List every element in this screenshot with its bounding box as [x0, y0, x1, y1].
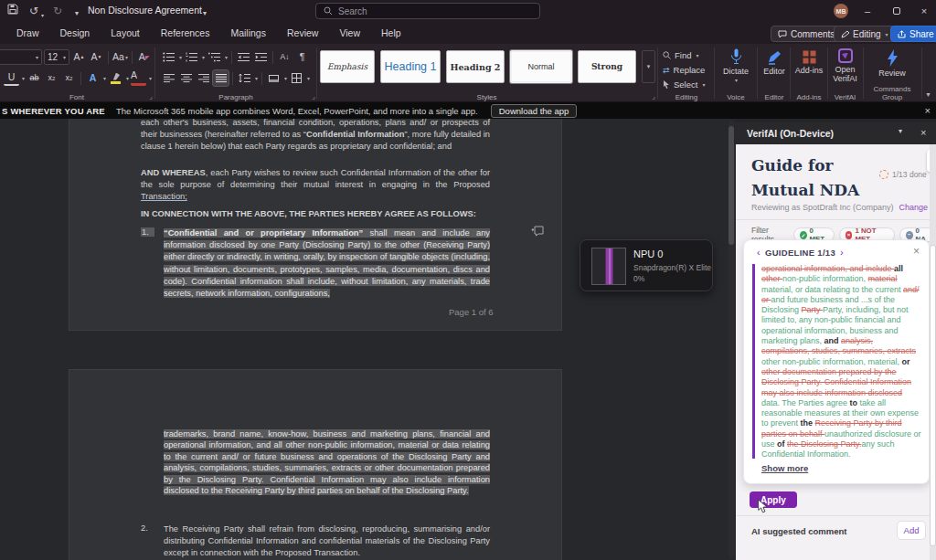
text-effects-caret-icon[interactable]: ▾ [103, 75, 106, 81]
addins-label: Add-ins [795, 66, 824, 75]
add-comment-button[interactable]: Add [897, 521, 926, 540]
open-verifai-button[interactable]: Open VerifAI [828, 48, 862, 84]
styles-dialog-launcher[interactable]: ⌟ [652, 93, 655, 100]
align-center-button[interactable] [178, 70, 194, 86]
comment-indicator-icon[interactable] [531, 226, 544, 237]
align-right-button[interactable] [196, 70, 211, 86]
tab-layout[interactable]: Layout [111, 27, 140, 38]
panel-scrollbar-thumb[interactable] [930, 245, 936, 546]
highlight-color-button[interactable] [108, 70, 123, 86]
paragraph-group: ▾ ▾ ▾ A↓ ¶ ▾ ▾ ▾ Paragraph [155, 44, 316, 102]
review-command-button[interactable]: Review [864, 49, 920, 78]
decrease-indent-button[interactable] [236, 49, 251, 65]
panel-collapse-chevron-icon[interactable]: ▾ [899, 127, 902, 135]
shading-button[interactable] [266, 70, 282, 86]
tab-references[interactable]: References [161, 27, 210, 38]
share-button[interactable]: Share ▾ [890, 26, 936, 42]
notification-bar: S WHEREVER YOU ARE The Microsoft 365 mob… [0, 102, 936, 119]
maximize-button[interactable] [888, 4, 905, 18]
text-effects-button[interactable]: A [85, 70, 101, 86]
style-heading1[interactable]: Heading 1 [380, 50, 441, 83]
change-case-button[interactable]: Aa▾ [112, 49, 128, 65]
document-scrollbar-thumb[interactable] [729, 126, 734, 245]
avatar[interactable]: MB [834, 4, 848, 18]
tab-view[interactable]: View [339, 27, 360, 38]
subscript-button[interactable]: x2 [44, 70, 59, 86]
justify-button[interactable] [213, 70, 229, 86]
notification-close-icon[interactable]: × [925, 105, 931, 116]
document-title-chevron-icon[interactable]: ▾ [203, 6, 207, 21]
dictate-button[interactable]: Dictate ▾ [715, 48, 757, 84]
superscript-button[interactable]: x2 [61, 70, 77, 86]
panel-close-icon[interactable]: × [920, 127, 926, 138]
save-icon[interactable] [7, 4, 18, 15]
addins-grid-icon [803, 50, 816, 64]
align-left-button[interactable] [161, 70, 176, 86]
doc-paragraph-whereas: AND WHEREAS, each Party wishes to review… [141, 167, 490, 204]
change-link[interactable]: Change [899, 203, 929, 212]
notification-lead: S WHEREVER YOU ARE [2, 106, 105, 116]
font-dialog-launcher[interactable]: ⌟ [149, 93, 153, 100]
font-color-button[interactable]: A [131, 70, 146, 86]
undo-caret-icon[interactable]: ▾ [41, 8, 44, 23]
clear-formatting-button[interactable]: A◤ [136, 49, 152, 65]
guideline-prev-icon[interactable]: ‹ [757, 247, 760, 258]
addins-button[interactable]: Add-ins [791, 50, 827, 75]
multilevel-list-button[interactable] [207, 49, 222, 65]
guideline-close-icon[interactable]: × [913, 245, 920, 258]
underline-button[interactable]: U [4, 70, 19, 86]
verifai-app-icon [838, 48, 853, 63]
tab-mailings[interactable]: Mailings [230, 27, 266, 38]
editor-button[interactable]: Editor [758, 50, 791, 76]
tab-design[interactable]: Design [60, 27, 90, 38]
paragraph-dialog-launcher[interactable]: ⌟ [312, 93, 315, 100]
guideline-next-icon[interactable]: › [840, 247, 844, 258]
document-scrollbar[interactable] [729, 121, 734, 558]
tab-draw[interactable]: Draw [16, 27, 39, 38]
font-color-caret-icon[interactable]: ▾ [149, 75, 152, 81]
highlighter-icon [112, 73, 120, 80]
show-more-link[interactable]: Show more [761, 463, 808, 473]
undo-icon[interactable]: ↺ [29, 4, 38, 18]
tab-review[interactable]: Review [287, 27, 318, 38]
style-strong[interactable]: Strong [578, 50, 636, 83]
search-input[interactable]: Search [315, 3, 540, 19]
comments-button[interactable]: Comments [771, 26, 842, 42]
document-title[interactable]: Non Disclosure Agreement [88, 5, 202, 16]
sort-button[interactable]: A↓ [277, 49, 292, 65]
download-app-button[interactable]: Download the app [491, 104, 578, 118]
style-heading2[interactable]: Heading 2 [446, 50, 505, 83]
replace-button[interactable]: ⇄ Replace [663, 63, 705, 77]
document-page-1[interactable]: each other's business, assets, financial… [69, 119, 562, 331]
redo-icon[interactable]: ↻ [53, 4, 62, 18]
grow-font-button[interactable]: A▲ [71, 49, 87, 65]
line-spacing-button[interactable] [237, 70, 252, 86]
borders-button[interactable] [289, 70, 304, 86]
style-normal[interactable]: Normal [510, 50, 572, 83]
panel-scrollbar[interactable] [930, 144, 936, 560]
increase-indent-button[interactable] [253, 49, 269, 65]
minimize-button[interactable]: – [859, 4, 876, 18]
editing-mode-button[interactable]: Editing ▾ [834, 26, 896, 42]
styles-gallery-more-button[interactable]: ▼ [642, 50, 655, 83]
highlight-caret-icon[interactable]: ▾ [126, 75, 129, 81]
numbering-button[interactable] [184, 49, 199, 65]
select-button[interactable]: Select▾ [663, 78, 705, 91]
show-hide-marks-button[interactable]: ¶ [294, 49, 310, 65]
strikethrough-button[interactable]: ab [27, 70, 42, 86]
bullets-button[interactable] [161, 49, 176, 65]
find-button[interactable]: Find▾ [663, 48, 699, 62]
doc-paragraph-recitals: each other's business, assets, financial… [141, 119, 490, 153]
paragraph-group-label: Paragraph [155, 93, 316, 101]
underline-caret-icon[interactable]: ▾ [22, 75, 25, 81]
close-button[interactable]: × [916, 4, 932, 18]
collapse-ribbon-chevron-icon[interactable]: ▼ [925, 91, 931, 98]
shrink-font-button[interactable]: A▼ [89, 49, 104, 65]
quick-access-customize-icon[interactable]: ▾ [75, 6, 79, 21]
tab-help[interactable]: Help [381, 27, 401, 38]
dictate-label: Dictate [723, 67, 749, 76]
font-name-combo[interactable]: ▾ [0, 49, 42, 65]
document-page-2[interactable]: trademarks, brand name, know-how, busine… [69, 369, 562, 560]
style-emphasis[interactable]: Emphasis [320, 50, 375, 83]
font-size-combo[interactable]: 12▾ [44, 49, 69, 65]
